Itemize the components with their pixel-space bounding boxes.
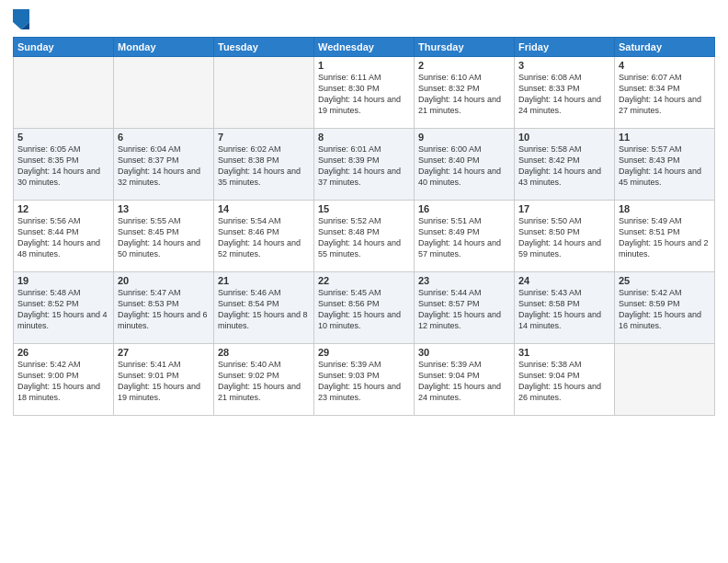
day-info: Sunrise: 5:58 AM Sunset: 8:42 PM Dayligh… bbox=[518, 144, 610, 189]
header bbox=[13, 9, 715, 29]
day-number: 21 bbox=[218, 275, 310, 286]
calendar-cell: 7Sunrise: 6:02 AM Sunset: 8:38 PM Daylig… bbox=[214, 129, 314, 201]
weekday-header-tuesday: Tuesday bbox=[214, 38, 314, 57]
day-info: Sunrise: 5:57 AM Sunset: 8:43 PM Dayligh… bbox=[619, 144, 711, 189]
calendar-cell: 25Sunrise: 5:42 AM Sunset: 8:59 PM Dayli… bbox=[615, 272, 715, 344]
day-number: 20 bbox=[118, 275, 210, 286]
calendar-cell: 26Sunrise: 5:42 AM Sunset: 9:00 PM Dayli… bbox=[14, 344, 114, 416]
day-number: 26 bbox=[17, 347, 109, 358]
day-number: 4 bbox=[619, 60, 711, 71]
calendar-cell: 1Sunrise: 6:11 AM Sunset: 8:30 PM Daylig… bbox=[314, 57, 415, 129]
calendar-cell: 31Sunrise: 5:38 AM Sunset: 9:04 PM Dayli… bbox=[515, 344, 615, 416]
calendar-cell: 18Sunrise: 5:49 AM Sunset: 8:51 PM Dayli… bbox=[615, 201, 715, 272]
day-info: Sunrise: 5:51 AM Sunset: 8:49 PM Dayligh… bbox=[418, 215, 510, 260]
logo bbox=[13, 9, 34, 29]
calendar-cell: 27Sunrise: 5:41 AM Sunset: 9:01 PM Dayli… bbox=[114, 344, 214, 416]
day-info: Sunrise: 6:11 AM Sunset: 8:30 PM Dayligh… bbox=[318, 72, 410, 117]
calendar-cell: 2Sunrise: 6:10 AM Sunset: 8:32 PM Daylig… bbox=[415, 57, 515, 129]
day-info: Sunrise: 6:10 AM Sunset: 8:32 PM Dayligh… bbox=[418, 72, 510, 117]
day-info: Sunrise: 6:08 AM Sunset: 8:33 PM Dayligh… bbox=[518, 72, 610, 117]
day-number: 11 bbox=[619, 132, 711, 143]
day-number: 15 bbox=[318, 203, 410, 214]
weekday-header-saturday: Saturday bbox=[615, 38, 715, 57]
day-number: 28 bbox=[218, 347, 310, 358]
calendar-cell bbox=[615, 344, 715, 416]
day-info: Sunrise: 5:43 AM Sunset: 8:58 PM Dayligh… bbox=[518, 287, 610, 332]
weekday-header-monday: Monday bbox=[114, 38, 214, 57]
calendar-week-3: 12Sunrise: 5:56 AM Sunset: 8:44 PM Dayli… bbox=[14, 201, 715, 272]
calendar-cell bbox=[214, 57, 314, 129]
weekday-header-thursday: Thursday bbox=[415, 38, 515, 57]
weekday-header-friday: Friday bbox=[515, 38, 615, 57]
day-number: 19 bbox=[17, 275, 109, 286]
page: SundayMondayTuesdayWednesdayThursdayFrid… bbox=[0, 0, 728, 563]
day-info: Sunrise: 6:02 AM Sunset: 8:38 PM Dayligh… bbox=[218, 144, 310, 189]
day-info: Sunrise: 5:38 AM Sunset: 9:04 PM Dayligh… bbox=[518, 359, 610, 404]
calendar-cell: 8Sunrise: 6:01 AM Sunset: 8:39 PM Daylig… bbox=[314, 129, 415, 201]
day-number: 27 bbox=[118, 347, 210, 358]
day-number: 25 bbox=[619, 275, 711, 286]
day-number: 23 bbox=[418, 275, 510, 286]
day-info: Sunrise: 5:42 AM Sunset: 8:59 PM Dayligh… bbox=[619, 287, 711, 332]
day-number: 14 bbox=[218, 203, 310, 214]
day-info: Sunrise: 5:41 AM Sunset: 9:01 PM Dayligh… bbox=[118, 359, 210, 404]
calendar-cell: 16Sunrise: 5:51 AM Sunset: 8:49 PM Dayli… bbox=[415, 201, 515, 272]
day-number: 8 bbox=[318, 132, 410, 143]
day-info: Sunrise: 6:01 AM Sunset: 8:39 PM Dayligh… bbox=[318, 144, 410, 189]
day-info: Sunrise: 6:04 AM Sunset: 8:37 PM Dayligh… bbox=[118, 144, 210, 189]
day-info: Sunrise: 5:39 AM Sunset: 9:04 PM Dayligh… bbox=[418, 359, 510, 404]
day-number: 7 bbox=[218, 132, 310, 143]
day-number: 18 bbox=[619, 203, 711, 214]
calendar-cell: 14Sunrise: 5:54 AM Sunset: 8:46 PM Dayli… bbox=[214, 201, 314, 272]
weekday-header-wednesday: Wednesday bbox=[314, 38, 415, 57]
calendar-cell: 21Sunrise: 5:46 AM Sunset: 8:54 PM Dayli… bbox=[214, 272, 314, 344]
day-info: Sunrise: 5:47 AM Sunset: 8:53 PM Dayligh… bbox=[118, 287, 210, 332]
calendar-cell: 24Sunrise: 5:43 AM Sunset: 8:58 PM Dayli… bbox=[515, 272, 615, 344]
weekday-header-row: SundayMondayTuesdayWednesdayThursdayFrid… bbox=[14, 38, 715, 57]
day-info: Sunrise: 5:48 AM Sunset: 8:52 PM Dayligh… bbox=[17, 287, 109, 332]
day-info: Sunrise: 5:49 AM Sunset: 8:51 PM Dayligh… bbox=[619, 215, 711, 260]
calendar-cell: 5Sunrise: 6:05 AM Sunset: 8:35 PM Daylig… bbox=[14, 129, 114, 201]
calendar-cell bbox=[114, 57, 214, 129]
calendar-cell: 10Sunrise: 5:58 AM Sunset: 8:42 PM Dayli… bbox=[515, 129, 615, 201]
day-info: Sunrise: 5:52 AM Sunset: 8:48 PM Dayligh… bbox=[318, 215, 410, 260]
day-number: 1 bbox=[318, 60, 410, 71]
calendar-cell: 13Sunrise: 5:55 AM Sunset: 8:45 PM Dayli… bbox=[114, 201, 214, 272]
calendar-cell: 12Sunrise: 5:56 AM Sunset: 8:44 PM Dayli… bbox=[14, 201, 114, 272]
calendar-week-1: 1Sunrise: 6:11 AM Sunset: 8:30 PM Daylig… bbox=[14, 57, 715, 129]
weekday-header-sunday: Sunday bbox=[14, 38, 114, 57]
day-number: 3 bbox=[518, 60, 610, 71]
day-info: Sunrise: 5:55 AM Sunset: 8:45 PM Dayligh… bbox=[118, 215, 210, 260]
day-number: 31 bbox=[518, 347, 610, 358]
calendar-cell: 29Sunrise: 5:39 AM Sunset: 9:03 PM Dayli… bbox=[314, 344, 415, 416]
calendar-cell: 30Sunrise: 5:39 AM Sunset: 9:04 PM Dayli… bbox=[415, 344, 515, 416]
calendar-cell bbox=[14, 57, 114, 129]
day-number: 13 bbox=[118, 203, 210, 214]
day-info: Sunrise: 5:50 AM Sunset: 8:50 PM Dayligh… bbox=[518, 215, 610, 260]
day-number: 12 bbox=[17, 203, 109, 214]
day-number: 9 bbox=[418, 132, 510, 143]
day-info: Sunrise: 6:05 AM Sunset: 8:35 PM Dayligh… bbox=[17, 144, 109, 189]
day-number: 2 bbox=[418, 60, 510, 71]
day-number: 17 bbox=[518, 203, 610, 214]
calendar-cell: 28Sunrise: 5:40 AM Sunset: 9:02 PM Dayli… bbox=[214, 344, 314, 416]
day-number: 24 bbox=[518, 275, 610, 286]
calendar-week-4: 19Sunrise: 5:48 AM Sunset: 8:52 PM Dayli… bbox=[14, 272, 715, 344]
calendar-cell: 15Sunrise: 5:52 AM Sunset: 8:48 PM Dayli… bbox=[314, 201, 415, 272]
day-info: Sunrise: 5:39 AM Sunset: 9:03 PM Dayligh… bbox=[318, 359, 410, 404]
calendar-table: SundayMondayTuesdayWednesdayThursdayFrid… bbox=[13, 37, 715, 416]
calendar-week-2: 5Sunrise: 6:05 AM Sunset: 8:35 PM Daylig… bbox=[14, 129, 715, 201]
day-info: Sunrise: 5:44 AM Sunset: 8:57 PM Dayligh… bbox=[418, 287, 510, 332]
calendar-cell: 11Sunrise: 5:57 AM Sunset: 8:43 PM Dayli… bbox=[615, 129, 715, 201]
day-info: Sunrise: 5:45 AM Sunset: 8:56 PM Dayligh… bbox=[318, 287, 410, 332]
calendar-cell: 3Sunrise: 6:08 AM Sunset: 8:33 PM Daylig… bbox=[515, 57, 615, 129]
day-number: 22 bbox=[318, 275, 410, 286]
calendar-cell: 20Sunrise: 5:47 AM Sunset: 8:53 PM Dayli… bbox=[114, 272, 214, 344]
day-number: 6 bbox=[118, 132, 210, 143]
day-info: Sunrise: 5:40 AM Sunset: 9:02 PM Dayligh… bbox=[218, 359, 310, 404]
day-info: Sunrise: 5:46 AM Sunset: 8:54 PM Dayligh… bbox=[218, 287, 310, 332]
day-info: Sunrise: 5:56 AM Sunset: 8:44 PM Dayligh… bbox=[17, 215, 109, 260]
calendar-cell: 19Sunrise: 5:48 AM Sunset: 8:52 PM Dayli… bbox=[14, 272, 114, 344]
logo-icon bbox=[13, 9, 29, 29]
day-number: 5 bbox=[17, 132, 109, 143]
